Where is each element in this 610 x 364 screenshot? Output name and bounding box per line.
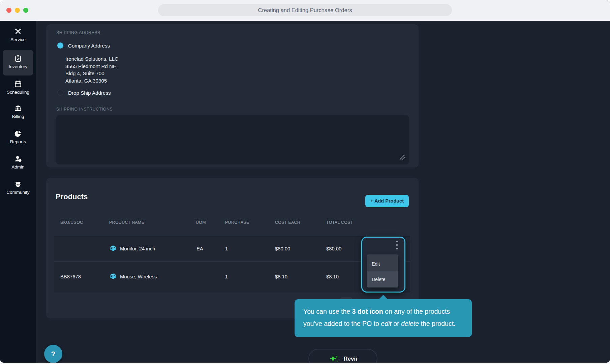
table-row: Monitor, 24 inch EA 1 $80.00 $80.00 bbox=[54, 236, 410, 261]
radio-drop-ship-address-label[interactable]: Drop Ship Address bbox=[68, 90, 111, 96]
products-title: Products bbox=[56, 192, 88, 201]
clipboard-check-icon bbox=[14, 55, 22, 62]
row-menu-dropdown: Edit Delete bbox=[367, 254, 398, 287]
three-dot-menu-icon[interactable] bbox=[394, 239, 400, 253]
address-line: Bldg 4, Suite 700 bbox=[65, 70, 118, 77]
address-line: 3565 Piedmont Rd NE bbox=[65, 63, 118, 70]
address-line: Atlanta, GA 30305 bbox=[65, 77, 118, 85]
cost-each-cell: $8.10 bbox=[275, 274, 287, 279]
sidebar-item-label: Reports bbox=[10, 139, 26, 144]
sidebar-item-admin[interactable]: Admin bbox=[0, 155, 36, 170]
column-header: TOTAL COST bbox=[326, 220, 353, 225]
screen: Creating and Editing Purchase Orders bbox=[0, 0, 610, 364]
zoom-button[interactable] bbox=[23, 8, 28, 13]
column-header: PRODUCT NAME bbox=[109, 220, 144, 225]
app-body: Service Inventory bbox=[0, 21, 610, 363]
shipping-instructions-input[interactable] bbox=[56, 115, 409, 164]
revii-label: Revii bbox=[343, 353, 357, 363]
address-line: Ironclad Solutions, LLC bbox=[65, 55, 118, 63]
sidebar-item-label: Admin bbox=[11, 164, 24, 170]
tooltip-arrow bbox=[378, 295, 388, 300]
column-header: PURCHASE bbox=[225, 220, 249, 225]
close-button[interactable] bbox=[6, 8, 11, 13]
table-row: BB87678 bbox=[54, 262, 410, 292]
cube-icon bbox=[109, 272, 117, 281]
calendar-icon bbox=[14, 80, 22, 88]
menu-item-edit[interactable]: Edit bbox=[367, 261, 398, 267]
user-badge-icon bbox=[14, 155, 22, 163]
sidebar-item-billing[interactable]: Billing bbox=[0, 104, 36, 119]
total-cost-cell: $8.10 bbox=[326, 274, 339, 279]
company-address-block: Ironclad Solutions, LLC 3565 Piedmont Rd… bbox=[65, 55, 118, 85]
total-cost-cell: $80.00 bbox=[326, 246, 341, 251]
table-divider bbox=[54, 292, 410, 292]
pie-chart-icon bbox=[14, 130, 22, 138]
radio-drop-ship-address[interactable] bbox=[57, 90, 63, 96]
app-window: Creating and Editing Purchase Orders bbox=[0, 0, 610, 363]
sidebar-item-label: Inventory bbox=[9, 64, 28, 69]
purchase-cell: 1 bbox=[225, 246, 228, 251]
product-name-cell: Monitor, 24 inch bbox=[109, 244, 155, 253]
cube-icon bbox=[109, 244, 117, 253]
menu-item-delete[interactable]: Delete bbox=[367, 271, 398, 287]
mascot-icon bbox=[14, 180, 22, 188]
help-button[interactable]: ? bbox=[44, 345, 62, 363]
bank-icon bbox=[14, 104, 22, 112]
uom-cell: EA bbox=[196, 246, 203, 251]
product-name: Mouse, Wireless bbox=[120, 274, 157, 279]
shipping-address-label: SHIPPING ADDRESS bbox=[56, 30, 100, 35]
shipping-instructions-wrap bbox=[56, 115, 409, 164]
shipping-instructions-label: SHIPPING INSTRUCTIONS bbox=[56, 107, 113, 112]
add-product-button[interactable]: + Add Product bbox=[365, 195, 409, 207]
sidebar: Service Inventory bbox=[0, 21, 36, 363]
radio-company-address-label[interactable]: Company Address bbox=[68, 43, 110, 49]
column-header: COST EACH bbox=[275, 220, 300, 225]
cost-each-cell: $80.00 bbox=[275, 246, 290, 251]
purchase-cell: 1 bbox=[225, 274, 228, 279]
sidebar-item-label: Service bbox=[10, 37, 26, 42]
main-content: SHIPPING ADDRESS Company Address Ironcla… bbox=[36, 21, 610, 363]
column-header: SKU/USOC bbox=[60, 220, 83, 225]
radio-company-address[interactable] bbox=[57, 42, 63, 49]
sparkle-icon bbox=[329, 353, 340, 363]
sidebar-item-label: Billing bbox=[12, 114, 24, 119]
sidebar-item-label: Community bbox=[6, 190, 29, 195]
sidebar-item-label: Scheduling bbox=[7, 90, 29, 95]
titlebar: Creating and Editing Purchase Orders bbox=[0, 0, 610, 21]
sidebar-item-community[interactable]: Community bbox=[0, 180, 36, 195]
minimize-button[interactable] bbox=[15, 8, 20, 13]
revii-assistant-button[interactable]: Revii bbox=[308, 349, 377, 363]
product-name: Monitor, 24 inch bbox=[120, 246, 155, 251]
sidebar-item-reports[interactable]: Reports bbox=[0, 130, 36, 144]
resize-handle-icon[interactable] bbox=[399, 154, 405, 162]
product-name-cell: Mouse, Wireless bbox=[109, 272, 157, 281]
tooltip-callout: You can use the 3 dot icon on any of the… bbox=[295, 299, 472, 337]
shipping-section: SHIPPING ADDRESS Company Address Ironcla… bbox=[46, 24, 419, 168]
sidebar-item-scheduling[interactable]: Scheduling bbox=[0, 80, 36, 95]
column-header: UOM bbox=[196, 220, 206, 225]
sidebar-item-service[interactable]: Service bbox=[0, 28, 36, 42]
window-title: Creating and Editing Purchase Orders bbox=[158, 4, 452, 16]
sku-cell: BB87678 bbox=[60, 274, 81, 279]
sidebar-item-inventory[interactable]: Inventory bbox=[0, 55, 36, 69]
tools-icon bbox=[14, 28, 22, 35]
